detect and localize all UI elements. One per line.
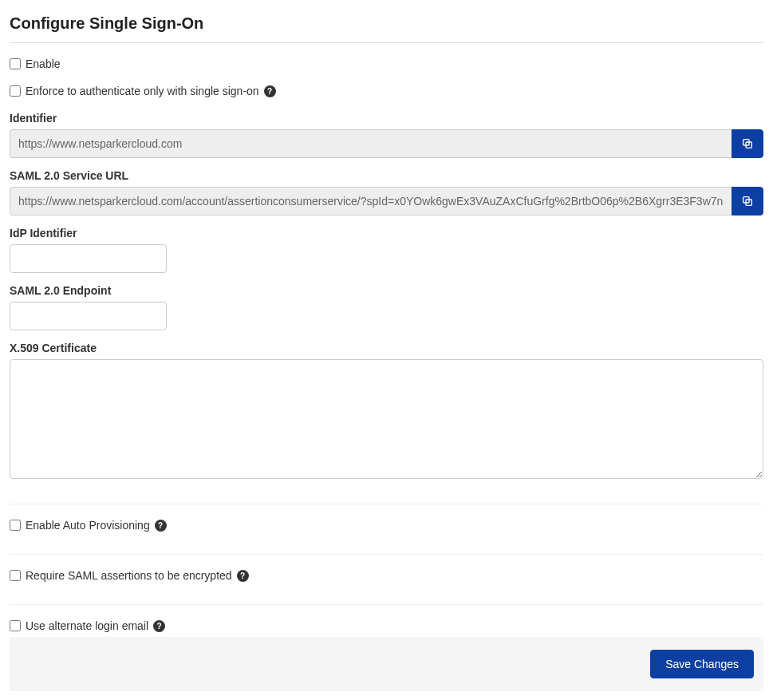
- idp-identifier-input[interactable]: [10, 244, 167, 273]
- section-divider: [10, 604, 763, 605]
- alternate-email-label[interactable]: Use alternate login email: [26, 619, 148, 632]
- saml-endpoint-row: SAML 2.0 Endpoint: [10, 284, 763, 330]
- enforce-row: Enforce to authenticate only with single…: [10, 85, 763, 97]
- identifier-label: Identifier: [10, 112, 763, 125]
- identifier-row: Identifier: [10, 112, 763, 158]
- identifier-input-group: [10, 129, 763, 158]
- require-encrypted-label[interactable]: Require SAML assertions to be encrypted: [26, 569, 232, 582]
- title-divider: [10, 42, 763, 43]
- section-divider: [10, 554, 763, 555]
- idp-identifier-label: IdP Identifier: [10, 227, 763, 239]
- copy-identifier-button[interactable]: [732, 129, 763, 158]
- enforce-label[interactable]: Enforce to authenticate only with single…: [26, 85, 259, 97]
- help-icon[interactable]: ?: [153, 620, 165, 632]
- enforce-checkbox[interactable]: [10, 85, 21, 97]
- auto-provisioning-row: Enable Auto Provisioning ?: [10, 519, 763, 532]
- x509-label: X.509 Certificate: [10, 342, 763, 354]
- copy-saml-url-button[interactable]: [732, 187, 763, 216]
- idp-identifier-row: IdP Identifier: [10, 227, 763, 273]
- require-encrypted-checkbox[interactable]: [10, 570, 21, 581]
- copy-icon: [741, 137, 754, 150]
- saml-service-url-row: SAML 2.0 Service URL: [10, 169, 763, 216]
- alternate-email-checkbox[interactable]: [10, 620, 21, 631]
- saml-service-url-label: SAML 2.0 Service URL: [10, 169, 763, 182]
- section-divider: [10, 504, 763, 504]
- enable-row: Enable: [10, 57, 763, 70]
- page-title: Configure Single Sign-On: [10, 14, 763, 33]
- saml-endpoint-label: SAML 2.0 Endpoint: [10, 284, 763, 297]
- saml-service-url-input-group: [10, 187, 763, 216]
- auto-provisioning-checkbox[interactable]: [10, 520, 21, 531]
- enable-checkbox[interactable]: [10, 58, 21, 69]
- identifier-input[interactable]: [10, 129, 732, 158]
- saml-service-url-input[interactable]: [10, 187, 732, 216]
- auto-provisioning-label[interactable]: Enable Auto Provisioning: [26, 519, 150, 532]
- help-icon[interactable]: ?: [155, 520, 167, 532]
- help-icon[interactable]: ?: [264, 85, 276, 97]
- save-button[interactable]: Save Changes: [650, 650, 754, 678]
- enable-label[interactable]: Enable: [26, 57, 61, 70]
- saml-endpoint-input[interactable]: [10, 302, 167, 330]
- footer: Save Changes: [10, 637, 763, 691]
- x509-row: X.509 Certificate: [10, 342, 763, 481]
- x509-textarea[interactable]: [10, 359, 763, 479]
- copy-icon: [741, 195, 754, 208]
- help-icon[interactable]: ?: [237, 570, 249, 582]
- alternate-email-row: Use alternate login email ?: [10, 619, 763, 632]
- require-encrypted-row: Require SAML assertions to be encrypted …: [10, 569, 763, 582]
